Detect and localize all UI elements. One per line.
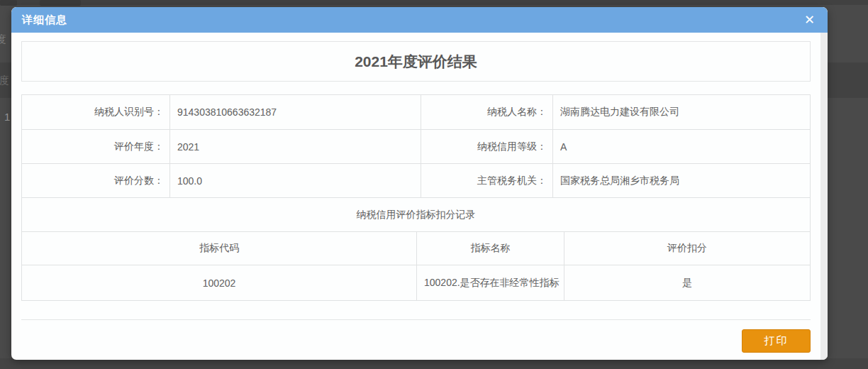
eval-year-label: 评价年度： — [22, 130, 170, 163]
background-band — [0, 0, 868, 5]
deduction-record-title: 纳税信用评价指标扣分记录 — [22, 198, 810, 231]
modal-footer: 打印 — [21, 329, 811, 353]
credit-level-label: 纳税信用等级： — [421, 130, 553, 163]
background-fragment: 1 — [4, 111, 10, 122]
tax-authority-label: 主管税务机关： — [421, 164, 553, 197]
modal-title: 详细信息 — [22, 13, 67, 27]
result-heading-box: 2021年度评价结果 — [21, 41, 811, 82]
detail-modal: 详细信息 ✕ 2021年度评价结果 纳税人识别号： 91430381066363… — [11, 7, 828, 360]
eval-year-value: 2021 — [170, 130, 421, 163]
taxpayer-name-label: 纳税人名称： — [421, 95, 553, 129]
table-row: 评价年度： 2021 纳税信用等级： A — [22, 129, 810, 163]
modal-header: 详细信息 ✕ — [11, 7, 828, 33]
print-button[interactable]: 打印 — [742, 329, 811, 353]
taxpayer-id-value: 914303810663632187 — [170, 95, 421, 129]
evaluation-detail-table: 纳税人识别号： 914303810663632187 纳税人名称： 湖南腾达电力… — [21, 94, 811, 301]
result-heading: 2021年度评价结果 — [355, 52, 477, 72]
background-text-smudge — [40, 0, 81, 6]
close-icon[interactable]: ✕ — [802, 12, 817, 28]
table-header-row: 指标代码 指标名称 评价扣分 — [22, 231, 810, 265]
table-row-section: 纳税信用评价指标扣分记录 — [22, 197, 810, 231]
table-row: 评价分数： 100.0 主管税务机关： 国家税务总局湘乡市税务局 — [22, 163, 810, 197]
background-fragment: 年度 — [0, 75, 9, 85]
table-row: 100202 100202.是否存在非经常性指标 是 — [22, 265, 810, 300]
taxpayer-name-value: 湖南腾达电力建设有限公司 — [553, 95, 810, 129]
eval-score-value: 100.0 — [170, 164, 421, 197]
credit-level-value: A — [553, 130, 810, 163]
indicator-name-value: 100202.是否存在非经常性指标 — [417, 265, 564, 300]
footer-divider — [21, 319, 811, 320]
modal-scrollbar[interactable] — [820, 33, 828, 360]
indicator-code-header: 指标代码 — [22, 232, 417, 265]
modal-content: 2021年度评价结果 纳税人识别号： 914303810663632187 纳税… — [21, 41, 811, 353]
table-row: 纳税人识别号： 914303810663632187 纳税人名称： 湖南腾达电力… — [22, 95, 810, 129]
indicator-name-header: 指标名称 — [417, 232, 564, 265]
background-band — [0, 358, 868, 369]
eval-score-label: 评价分数： — [22, 164, 170, 197]
indicator-code-value: 100202 — [22, 265, 417, 300]
background-text-smudge — [0, 0, 17, 6]
taxpayer-id-label: 纳税人识别号： — [22, 95, 170, 129]
deduction-header: 评价扣分 — [564, 232, 810, 265]
tax-authority-value: 国家税务总局湘乡市税务局 — [553, 164, 810, 197]
background-fragment: 度 — [0, 34, 6, 44]
deduction-value: 是 — [564, 265, 810, 300]
modal-body: 2021年度评价结果 纳税人识别号： 914303810663632187 纳税… — [11, 33, 828, 360]
